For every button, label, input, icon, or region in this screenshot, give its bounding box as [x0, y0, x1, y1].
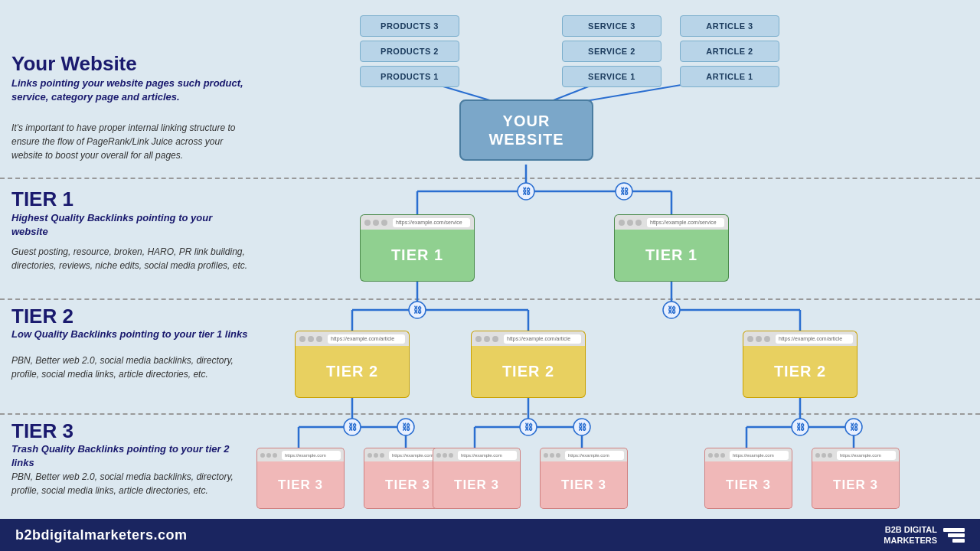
tier3-desc: PBN, Better web 2.0, social media backli… — [11, 470, 249, 497]
svg-text:⛓: ⛓ — [402, 422, 410, 432]
tier3-5-label: TIER 3 — [726, 478, 771, 493]
tier3-4: https://example.com TIER 3 — [540, 448, 628, 509]
svg-text:⛓: ⛓ — [796, 422, 805, 432]
tier3-1: https://example.com TIER 3 — [256, 448, 345, 509]
your-website-desc: It's important to have proper internal l… — [11, 121, 249, 162]
your-website-subtitle: Links pointing your website pages such p… — [11, 77, 249, 104]
products1-box: PRODUCTS 1 — [360, 66, 459, 87]
logo-bar-2 — [948, 533, 965, 537]
article3-box: ARTICLE 3 — [680, 15, 779, 37]
footer-logo-line2: MARKETERS — [884, 535, 937, 546]
service3-box: SERVICE 3 — [562, 15, 662, 37]
footer-logo-line1: B2B DIGITAL — [884, 524, 937, 535]
svg-point-32 — [663, 302, 680, 318]
tier2-right: https://example.com/article TIER 2 — [743, 331, 858, 398]
svg-text:⛓: ⛓ — [524, 422, 533, 432]
svg-point-42 — [792, 419, 808, 435]
svg-point-30 — [409, 302, 426, 318]
svg-text:⛓: ⛓ — [348, 422, 357, 432]
footer-logo: B2B DIGITAL MARKETERS — [884, 524, 965, 546]
logo-bar-3 — [952, 539, 965, 543]
tier2-right-label: TIER 2 — [774, 363, 826, 380]
service2-box: SERVICE 2 — [562, 41, 662, 62]
tier3-3-label: TIER 3 — [454, 478, 499, 493]
tier1-section-label: TIER 1 — [11, 187, 74, 211]
svg-point-44 — [845, 419, 862, 435]
service1-box: SERVICE 1 — [562, 66, 662, 87]
tier3-6: https://example.com TIER 3 — [812, 448, 900, 509]
tier1-right: https://example.com/service TIER 1 — [614, 214, 729, 282]
tier1-left: https://example.com/service TIER 1 — [360, 214, 475, 282]
logo-bar-1 — [943, 528, 965, 532]
tier2-desc: PBN, Better web 2.0, social media backli… — [11, 354, 249, 381]
tier3-1-label: TIER 3 — [278, 478, 323, 493]
tier1-right-label: TIER 1 — [645, 246, 697, 264]
svg-text:⛓: ⛓ — [620, 187, 629, 196]
article1-box: ARTICLE 1 — [680, 66, 779, 87]
tier3-5: https://example.com TIER 3 — [704, 448, 792, 509]
products3-box: PRODUCTS 3 — [360, 15, 459, 37]
tier2-mid-label: TIER 2 — [502, 363, 554, 380]
tier2-mid: https://example.com/article TIER 2 — [471, 331, 586, 398]
tier2-subtitle: Low Quality Backlinks pointing to your t… — [11, 328, 249, 341]
svg-point-34 — [344, 419, 361, 435]
tier3-2-label: TIER 3 — [385, 478, 430, 493]
diagram-area: ⛓ ⛓ ⛓ ⛓ ⛓ ⛓ ⛓ ⛓ ⛓ ⛓ PRODUCTS 3 PRODUCTS … — [253, 0, 980, 551]
svg-text:⛓: ⛓ — [578, 422, 586, 432]
tier3-3: https://example.com TIER 3 — [433, 448, 521, 509]
tier1-desc: Guest posting, resource, broken, HARO, P… — [11, 245, 249, 272]
tier3-4-label: TIER 3 — [561, 478, 606, 493]
tier2-left-label: TIER 2 — [326, 363, 378, 380]
footer-logo-icon — [943, 528, 965, 543]
tier1-subtitle: Highest Quality Backlinks pointing to yo… — [11, 211, 249, 239]
tier3-subtitle: Trash Quality Backlinks pointing to your… — [11, 442, 249, 470]
your-website-title: Your Website — [11, 52, 137, 76]
tier2-left: https://example.com/article TIER 2 — [295, 331, 410, 398]
your-website-box: YOUR WEBSITE — [459, 99, 593, 161]
svg-point-28 — [616, 183, 632, 200]
svg-text:⛓: ⛓ — [413, 305, 422, 315]
svg-text:⛓: ⛓ — [668, 305, 676, 315]
your-website-label: YOUR WEBSITE — [488, 112, 564, 148]
svg-text:⛓: ⛓ — [522, 187, 531, 196]
svg-text:⛓: ⛓ — [850, 422, 858, 432]
footer: b2bdigitalmarketers.com B2B DIGITAL MARK… — [0, 519, 980, 551]
footer-url: b2bdigitalmarketers.com — [15, 527, 188, 543]
tier3-section-label: TIER 3 — [11, 419, 74, 443]
tier2-section-label: TIER 2 — [11, 305, 74, 328]
products2-box: PRODUCTS 2 — [360, 41, 459, 62]
svg-point-26 — [518, 183, 534, 200]
svg-point-36 — [397, 419, 414, 435]
tier3-6-label: TIER 3 — [833, 478, 878, 493]
article2-box: ARTICLE 2 — [680, 41, 779, 62]
tier1-left-label: TIER 1 — [391, 246, 443, 264]
svg-point-40 — [573, 419, 590, 435]
footer-logo-text: B2B DIGITAL MARKETERS — [884, 524, 937, 546]
svg-point-38 — [520, 419, 537, 435]
